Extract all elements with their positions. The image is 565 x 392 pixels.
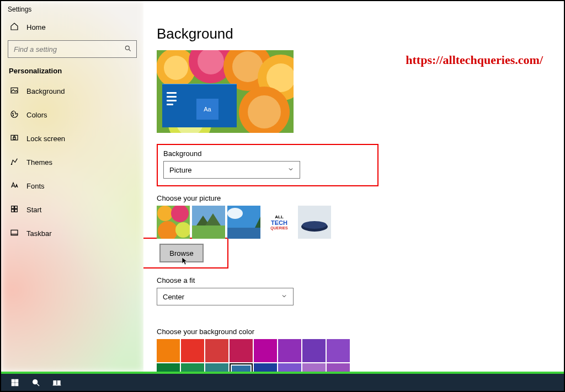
palette-icon [10, 110, 19, 120]
svg-rect-5 [13, 137, 15, 139]
svg-rect-6 [12, 206, 14, 209]
taskbar-search[interactable] [25, 374, 46, 391]
svg-point-26 [157, 206, 173, 221]
svg-rect-46 [54, 381, 56, 385]
color-swatches [157, 339, 355, 372]
nav-label: Fonts [26, 182, 45, 190]
home-label: Home [26, 23, 46, 31]
search-input-wrap[interactable] [8, 40, 137, 58]
background-label: Background [163, 149, 300, 158]
fit-value: Center [163, 293, 184, 301]
svg-rect-8 [12, 210, 14, 212]
svg-point-3 [13, 115, 13, 115]
taskbar-icon [10, 228, 19, 239]
desktop-preview: Aa [157, 50, 294, 133]
chevron-down-icon [287, 166, 294, 174]
color-swatch[interactable] [157, 339, 180, 362]
color-swatch[interactable] [302, 339, 326, 362]
start-button[interactable] [4, 374, 25, 391]
color-swatch[interactable] [327, 339, 350, 362]
chevron-down-icon [281, 293, 287, 301]
color-swatch[interactable] [181, 339, 204, 362]
cursor-icon [182, 257, 189, 267]
background-value: Picture [169, 166, 191, 174]
browse-button[interactable]: Browse [159, 244, 204, 262]
fit-label: Choose a fit [157, 276, 551, 284]
picture-thumb-4[interactable]: ALL TECH QUERIES [263, 206, 296, 239]
nav-background[interactable]: Background [1, 79, 143, 103]
color-swatch[interactable] [230, 363, 253, 372]
fit-dropdown[interactable]: Center [157, 288, 294, 305]
svg-rect-43 [12, 383, 14, 386]
nav-taskbar[interactable]: Taskbar [1, 222, 143, 245]
picture-thumb-3[interactable] [227, 206, 260, 239]
color-swatch[interactable] [327, 363, 350, 372]
nav-label: Colors [26, 111, 47, 119]
nav-themes[interactable]: Themes [1, 151, 143, 174]
nav-label: Themes [26, 158, 52, 167]
home-button[interactable]: Home [1, 17, 143, 38]
background-color-label: Choose your background color [157, 327, 551, 336]
picture-thumb-2[interactable] [192, 206, 225, 239]
svg-rect-41 [12, 379, 14, 382]
color-swatch[interactable] [205, 339, 228, 362]
section-title: Personalization [1, 63, 143, 79]
sidebar: Settings Home Personalization Background… [1, 1, 143, 372]
svg-point-2 [13, 113, 13, 114]
svg-point-45 [33, 380, 38, 384]
svg-point-22 [248, 95, 281, 128]
svg-rect-44 [15, 383, 18, 386]
preview-sample-text: Aa [196, 99, 218, 120]
browse-label: Browse [169, 249, 193, 257]
fonts-icon [10, 181, 19, 191]
nav-label: Lock screen [26, 135, 65, 143]
nav-label: Background [26, 87, 65, 95]
background-dropdown[interactable]: Picture [163, 161, 300, 179]
nav-label: Taskbar [26, 229, 52, 238]
svg-rect-47 [57, 381, 60, 385]
nav-label: Start [26, 206, 41, 214]
color-swatch[interactable] [254, 363, 277, 372]
themes-icon [10, 157, 19, 168]
page-title: Background [157, 25, 551, 42]
picture-thumb-1[interactable] [157, 206, 190, 239]
color-swatch[interactable] [205, 363, 228, 372]
browse-highlight: Browse [143, 238, 228, 269]
home-icon [10, 22, 19, 33]
nav-lock-screen[interactable]: Lock screen [1, 127, 143, 151]
nav-fonts[interactable]: Fonts [1, 174, 143, 198]
window-title: Settings [1, 1, 143, 17]
background-group-highlight: Background Picture [157, 144, 379, 186]
lock-screen-icon [10, 133, 19, 144]
watermark-url: https://alltechqueries.com/ [406, 53, 543, 67]
color-swatch[interactable] [230, 339, 253, 362]
search-input[interactable] [13, 45, 114, 54]
picture-icon [10, 86, 19, 96]
svg-rect-7 [15, 206, 18, 209]
nav-colors[interactable]: Colors [1, 103, 143, 127]
svg-rect-42 [15, 379, 18, 382]
main-content: https://alltechqueries.com/ Background A… [143, 1, 564, 372]
color-swatch[interactable] [254, 339, 277, 362]
svg-point-36 [227, 208, 243, 219]
svg-point-14 [164, 56, 188, 80]
color-swatch[interactable] [181, 363, 204, 372]
svg-rect-9 [15, 210, 18, 212]
svg-point-0 [125, 46, 129, 50]
color-swatch[interactable] [278, 339, 301, 362]
color-swatch[interactable] [278, 363, 301, 372]
task-view-button[interactable] [46, 374, 67, 391]
choose-picture-label: Choose your picture [157, 194, 551, 202]
color-swatch[interactable] [157, 363, 180, 372]
svg-rect-31 [192, 225, 225, 239]
svg-point-40 [302, 221, 327, 229]
svg-rect-35 [227, 228, 260, 239]
start-icon [10, 205, 19, 215]
picture-thumb-5[interactable] [298, 206, 331, 239]
nav-start[interactable]: Start [1, 198, 143, 222]
taskbar [1, 374, 564, 391]
search-icon [124, 45, 132, 54]
color-swatch[interactable] [302, 363, 326, 372]
